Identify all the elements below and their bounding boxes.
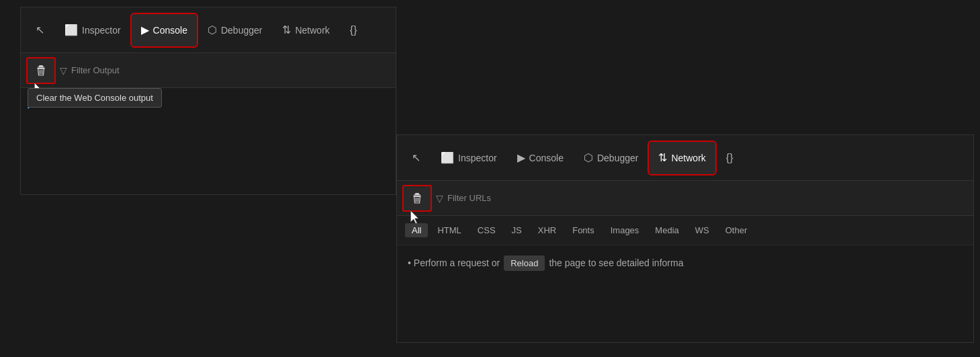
trash-icon (34, 63, 48, 78)
chip-xhr[interactable]: XHR (531, 223, 563, 237)
tab-debugger-left[interactable]: ⬡ Debugger (198, 14, 272, 46)
debugger-label-right: Debugger (597, 153, 639, 163)
svg-rect-1 (39, 65, 43, 67)
style-icon: {} (350, 24, 357, 36)
pointer-icon: ↖ (36, 24, 44, 36)
right-tab-bar: ↖ ⬜ Inspector ▶ Console ⬡ Debugger ⇅ Net… (397, 135, 973, 181)
svg-marker-6 (34, 83, 42, 96)
tab-style-right[interactable]: {} (717, 142, 743, 174)
debugger-icon-right: ⬡ (584, 151, 593, 164)
reload-button[interactable]: Reload (504, 255, 545, 271)
network-label-right: Network (671, 153, 705, 163)
svg-rect-9 (413, 196, 421, 196)
right-toolbar-row: ▽ Filter URLs (397, 181, 973, 216)
clear-network-button[interactable] (402, 185, 432, 212)
chip-ws[interactable]: WS (688, 223, 716, 237)
inspector-label: Inspector (82, 25, 121, 36)
console-label: Console (153, 25, 187, 36)
chip-js[interactable]: JS (505, 223, 529, 237)
inspector-icon: ⬜ (64, 24, 78, 36)
funnel-icon-right: ▽ (436, 193, 443, 204)
chip-media[interactable]: Media (648, 223, 685, 237)
console-icon-right: ▶ (517, 151, 525, 164)
tab-pointer-left[interactable]: ↖ (26, 14, 54, 46)
tab-pointer-right[interactable]: ↖ (402, 142, 430, 174)
clear-console-button[interactable]: Clear the Web Console output (26, 57, 56, 84)
clear-tooltip: Clear the Web Console output (28, 88, 162, 108)
tab-network-right[interactable]: ⇅ Network (649, 142, 715, 174)
perform-text-2: the page to see detailed informa (549, 257, 683, 268)
tab-console-left[interactable]: ▶ Console (132, 14, 197, 46)
chip-images[interactable]: Images (604, 223, 646, 237)
tab-inspector-right[interactable]: ⬜ Inspector (431, 142, 506, 174)
right-devtools-panel: ↖ ⬜ Inspector ▶ Console ⬡ Debugger ⇅ Net… (396, 134, 974, 343)
trash-icon-network (410, 191, 425, 206)
perform-text-1: • Perform a request or (408, 257, 500, 268)
funnel-icon-left: ▽ (60, 65, 67, 76)
left-toolbar-row: Clear the Web Console output ▽ Filter Ou… (21, 53, 396, 88)
chip-css[interactable]: CSS (471, 223, 502, 237)
filter-urls-label: ▽ Filter URLs (436, 193, 968, 204)
svg-rect-8 (415, 193, 419, 195)
left-devtools-panel: ↖ ⬜ Inspector ▶ Console ⬡ Debugger ⇅ Net… (20, 7, 396, 195)
chip-fonts[interactable]: Fonts (566, 223, 601, 237)
tab-inspector-left[interactable]: ⬜ Inspector (55, 14, 130, 46)
pointer-icon-right: ↖ (412, 151, 420, 164)
chip-all[interactable]: All (405, 223, 428, 237)
debugger-label: Debugger (221, 25, 263, 36)
tab-style-left[interactable]: {} (341, 14, 367, 46)
cursor-icon-left (33, 83, 48, 97)
left-tab-bar: ↖ ⬜ Inspector ▶ Console ⬡ Debugger ⇅ Net… (21, 7, 396, 53)
chip-html[interactable]: HTML (431, 223, 467, 237)
network-label: Network (295, 25, 329, 36)
perform-request-row: • Perform a request or Reload the page t… (397, 245, 973, 280)
style-icon-right: {} (726, 152, 733, 164)
console-icon: ▶ (141, 24, 149, 36)
network-icon: ⇅ (282, 24, 291, 36)
filter-chips-row: All HTML CSS JS XHR Fonts Images Media W… (397, 216, 973, 245)
debugger-icon: ⬡ (208, 24, 217, 36)
filter-output-label: ▽ Filter Output (60, 65, 390, 76)
tab-network-left[interactable]: ⇅ Network (273, 14, 339, 46)
console-label-right: Console (529, 153, 564, 163)
chip-other[interactable]: Other (719, 223, 754, 237)
tab-console-right[interactable]: ▶ Console (508, 142, 573, 174)
tab-debugger-right[interactable]: ⬡ Debugger (574, 142, 648, 174)
svg-rect-2 (37, 68, 45, 69)
network-icon-right: ⇅ (658, 151, 667, 164)
blue-arrow-indicator: ↗ (26, 100, 34, 111)
inspector-icon-right: ⬜ (441, 151, 454, 164)
inspector-label-right: Inspector (458, 153, 497, 163)
